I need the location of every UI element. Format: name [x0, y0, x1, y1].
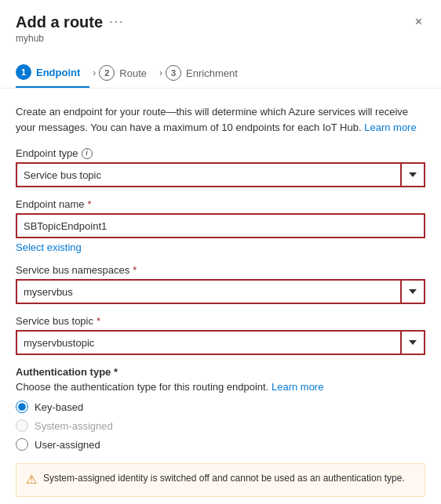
- radio-user-assigned-input[interactable]: [16, 438, 28, 451]
- authentication-type-field: Authentication type * Choose the authent…: [16, 366, 425, 451]
- panel-title: Add a route: [16, 13, 103, 31]
- auth-required: *: [114, 366, 118, 378]
- panel-subtitle: myhub: [16, 33, 425, 44]
- endpoint-name-label: Endpoint name *: [16, 198, 425, 210]
- step-separator-1: ›: [93, 67, 96, 78]
- radio-key-based[interactable]: Key-based: [16, 401, 425, 413]
- learn-more-link[interactable]: Learn more: [364, 121, 416, 133]
- radio-key-based-input[interactable]: [16, 401, 28, 413]
- service-bus-namespaces-select-wrapper: myservbus: [16, 279, 425, 304]
- panel-header: Add a route ··· × myhub 1 Endpoint › 2 R…: [0, 0, 441, 89]
- panel-options-dots[interactable]: ···: [109, 15, 124, 29]
- auth-learn-more-link[interactable]: Learn more: [272, 381, 323, 393]
- step-label-enrichment: Enrichment: [186, 67, 238, 79]
- radio-user-assigned[interactable]: User-assigned: [16, 438, 425, 451]
- topic-required: *: [97, 315, 100, 327]
- auth-type-label: Authentication type *: [16, 366, 425, 378]
- radio-user-assigned-label: User-assigned: [35, 439, 100, 451]
- auth-description: Choose the authentication type for this …: [16, 381, 425, 393]
- wizard-steps: 1 Endpoint › 2 Route › 3 Enrichment: [16, 50, 425, 88]
- panel-body: Create an endpoint for your route—this w…: [0, 89, 441, 504]
- step-label-route: Route: [119, 67, 147, 79]
- step-label-endpoint: Endpoint: [36, 67, 80, 78]
- service-bus-topic-select[interactable]: myservbustopic: [16, 330, 425, 355]
- endpoint-type-info-icon[interactable]: i: [82, 148, 93, 159]
- description-text: Create an endpoint for your route—this w…: [16, 104, 425, 135]
- service-bus-namespaces-label: Service bus namespaces *: [16, 264, 425, 276]
- warning-box: ⚠ System-assigned identity is switched o…: [16, 463, 425, 497]
- title-row: Add a route ··· ×: [16, 13, 425, 31]
- endpoint-type-field: Endpoint type i Service bus topic Built-…: [16, 147, 425, 187]
- step-separator-2: ›: [159, 67, 162, 78]
- service-bus-namespaces-select[interactable]: myservbus: [16, 279, 425, 304]
- endpoint-name-field: Endpoint name * Select existing: [16, 198, 425, 253]
- endpoint-type-select-wrapper: Service bus topic Built-in endpoint Even…: [16, 162, 425, 187]
- endpoint-name-input[interactable]: [16, 213, 425, 238]
- wizard-step-endpoint[interactable]: 1 Endpoint: [16, 58, 89, 88]
- close-button[interactable]: ×: [412, 13, 425, 31]
- warning-text: System-assigned identity is switched off…: [43, 472, 405, 485]
- wizard-step-route[interactable]: 2 Route: [99, 59, 156, 87]
- title-left: Add a route ···: [16, 13, 124, 31]
- service-bus-topic-select-wrapper: myservbustopic: [16, 330, 425, 355]
- add-route-panel: Add a route ··· × myhub 1 Endpoint › 2 R…: [0, 0, 441, 504]
- step-circle-2: 2: [99, 65, 115, 81]
- endpoint-type-label: Endpoint type i: [16, 147, 425, 159]
- wizard-step-enrichment[interactable]: 3 Enrichment: [166, 59, 247, 87]
- step-circle-3: 3: [166, 65, 181, 81]
- radio-key-based-label: Key-based: [35, 401, 83, 413]
- warning-icon: ⚠: [26, 472, 37, 488]
- endpoint-name-required: *: [87, 198, 91, 210]
- service-bus-namespaces-field: Service bus namespaces * myservbus: [16, 264, 425, 304]
- radio-system-assigned-input: [16, 419, 28, 432]
- radio-system-assigned-label: System-assigned: [35, 420, 113, 432]
- select-existing-link[interactable]: Select existing: [16, 241, 82, 253]
- namespaces-required: *: [133, 264, 137, 276]
- step-circle-1: 1: [16, 64, 31, 80]
- radio-group: Key-based System-assigned User-assigned: [16, 401, 425, 451]
- service-bus-topic-label: Service bus topic *: [16, 315, 425, 327]
- endpoint-type-select[interactable]: Service bus topic Built-in endpoint Even…: [16, 162, 425, 187]
- radio-system-assigned: System-assigned: [16, 419, 425, 432]
- service-bus-topic-field: Service bus topic * myservbustopic: [16, 315, 425, 355]
